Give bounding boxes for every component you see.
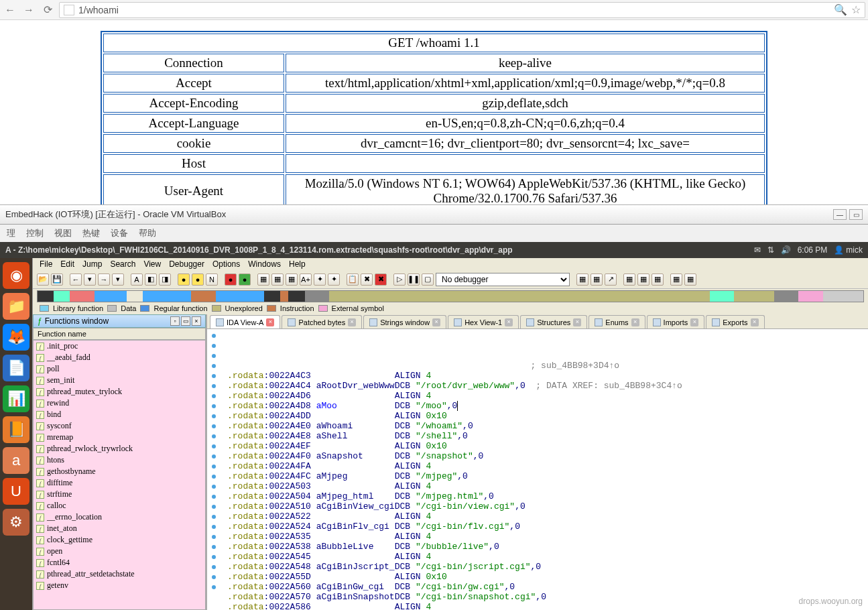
ida-menu-item[interactable]: Debugger <box>169 259 204 270</box>
function-row[interactable]: finet_aton <box>34 523 205 534</box>
tb-r2[interactable]: ▦ <box>591 273 603 286</box>
tab-enums[interactable]: Enums× <box>588 315 645 328</box>
disasm-line[interactable]: .rodata:0022A586 ALIGN 4 <box>227 602 865 610</box>
tb-r1[interactable]: ▦ <box>576 273 588 286</box>
bookmark-icon[interactable]: ☆ <box>851 3 861 16</box>
function-row[interactable]: fbind <box>34 409 205 420</box>
pane-opts-icon[interactable]: ▫ <box>170 316 180 326</box>
ida-menu-item[interactable]: Jump <box>82 259 102 270</box>
close-icon[interactable]: × <box>505 318 513 326</box>
zoom-icon[interactable]: 🔍 <box>834 3 847 16</box>
pause-icon[interactable]: ❚❚ <box>408 273 420 286</box>
tab-strings-window[interactable]: Strings window× <box>363 315 446 328</box>
tab-imports[interactable]: Imports× <box>647 315 705 328</box>
ida-menu-item[interactable]: File <box>40 259 52 270</box>
launcher-firefox[interactable]: 🦊 <box>3 324 29 351</box>
function-row[interactable]: fclock_gettime <box>34 534 205 546</box>
disasm-line[interactable]: .rodata:0022A4FA ALIGN 4 <box>227 461 865 471</box>
ida-menu-item[interactable]: Help <box>289 259 306 270</box>
disasm-line[interactable]: .rodata:0022A4E8 aShell DCB "/shell",0 <box>227 431 865 441</box>
fwd2-icon[interactable]: ▾ <box>112 273 124 286</box>
ida-menu-item[interactable]: Windows <box>248 259 281 270</box>
tb-t1[interactable]: ▦ <box>670 273 682 286</box>
tb-r3[interactable]: ↗ <box>605 273 617 286</box>
pane-max-icon[interactable]: ▭ <box>181 316 190 326</box>
disasm-line[interactable]: .rodata:0022A570 aCgiBinSnapshotDCB "/cg… <box>227 592 865 602</box>
play-icon[interactable]: ▷ <box>393 273 406 286</box>
tb-c[interactable]: ◨ <box>159 273 171 286</box>
disasm-line[interactable]: .rodata:0022A538 aBubbleLive DCB "/bubbl… <box>227 542 865 552</box>
tb-s2[interactable]: ▦ <box>637 273 649 286</box>
tb-g4[interactable]: A+ <box>300 273 312 286</box>
disasm-line[interactable]: .rodata:0022A4DD ALIGN 0x10 <box>227 411 865 421</box>
launcher-dash[interactable]: ◉ <box>3 262 29 289</box>
functions-list[interactable]: f.init_procf__aeabi_faddfpollfsem_initfp… <box>33 340 206 610</box>
function-row[interactable]: fsem_init <box>34 375 205 386</box>
disasm-line[interactable]: .rodata:0022A4C3 ALIGN 4 <box>227 371 865 381</box>
function-row[interactable]: f__errno_location <box>34 511 205 523</box>
ida-menu-item[interactable]: Options <box>212 259 240 270</box>
ida-menu-item[interactable]: View <box>143 259 161 270</box>
disasm-line[interactable]: .rodata:0022A545 ALIGN 4 <box>227 552 865 562</box>
function-row[interactable]: fdifftime <box>34 477 205 489</box>
vm-menu-item[interactable]: 控制 <box>26 227 44 239</box>
tb-h2[interactable]: ✖ <box>361 273 373 286</box>
disasm-line[interactable]: .rodata:0022A503 ALIGN 4 <box>227 481 865 491</box>
url-bar[interactable]: 1/whoami 🔍 ☆ <box>59 2 865 18</box>
disasm-line[interactable]: .rodata:0022A510 aCgiBinView_cgiDCB "/cg… <box>227 501 865 511</box>
function-row[interactable]: fsysconf <box>34 420 205 432</box>
launcher-impress[interactable]: 📙 <box>3 416 29 443</box>
tb-s3[interactable]: ▦ <box>652 273 664 286</box>
disasm-line[interactable]: .rodata:0022A535 ALIGN 4 <box>227 532 865 542</box>
tab-structures[interactable]: Structures× <box>520 315 587 328</box>
function-row[interactable]: ffcntl64 <box>34 557 205 568</box>
pane-close-icon[interactable]: × <box>192 316 201 326</box>
vm-menu-item[interactable]: 视图 <box>54 227 72 239</box>
mail-icon[interactable]: ✉ <box>754 245 761 255</box>
open-icon[interactable]: 📂 <box>37 273 49 286</box>
network-icon[interactable]: ⇅ <box>767 245 774 255</box>
tb-y1[interactable]: ● <box>178 273 190 286</box>
tab-patched-bytes[interactable]: Patched bytes× <box>282 315 362 328</box>
close-icon[interactable]: × <box>266 318 274 326</box>
tab-hex-view-1[interactable]: Hex View-1× <box>448 315 519 328</box>
ida-menu-item[interactable]: Edit <box>60 259 74 270</box>
save-icon[interactable]: 💾 <box>51 273 63 286</box>
disasm-line[interactable]: .rodata:0022A548 aCgiBinJscript_DCB "/cg… <box>227 562 865 572</box>
disasm-line[interactable]: .rodata:0022A524 aCgiBinFlv_cgi DCB "/cg… <box>227 522 865 532</box>
disasm-line[interactable]: .rodata:0022A55D ALIGN 0x10 <box>227 572 865 582</box>
tb-h1[interactable]: 📋 <box>347 273 359 286</box>
fwd-icon[interactable]: → <box>98 273 110 286</box>
function-row[interactable]: fstrftime <box>34 489 205 500</box>
launcher-settings[interactable]: ⚙ <box>3 509 29 536</box>
vm-menu-item[interactable]: 热键 <box>82 227 100 239</box>
close-icon[interactable]: × <box>631 318 639 326</box>
user-icon[interactable]: 👤 <box>834 245 844 255</box>
disasm-line[interactable]: .rodata:0022A4C4 aRootDvr_webWwwDCB "/ro… <box>227 381 865 391</box>
tab-ida-view-a[interactable]: IDA View-A× <box>210 315 280 328</box>
function-row[interactable]: fgetenv <box>34 580 205 591</box>
tb-n[interactable]: N <box>206 273 218 286</box>
tb-g3[interactable]: ▦ <box>286 273 298 286</box>
launcher-files[interactable]: 📁 <box>3 293 29 320</box>
navigation-band[interactable] <box>37 290 864 302</box>
minimize-button[interactable]: — <box>833 209 847 220</box>
maximize-button[interactable]: ▭ <box>849 209 863 220</box>
vm-menu-item[interactable]: 理 <box>7 227 15 239</box>
tb-h3[interactable]: ✖ <box>375 273 387 286</box>
function-row[interactable]: fmremap <box>34 432 205 443</box>
tb-g6[interactable]: ✦ <box>328 273 340 286</box>
function-row[interactable]: fpoll <box>34 363 205 375</box>
undo-icon[interactable]: ← <box>70 273 82 286</box>
disasm-line[interactable]: .rodata:0022A4E0 aWhoami DCB "/whoami",0 <box>227 421 865 431</box>
function-row[interactable]: fgethostbyname <box>34 466 205 477</box>
disasm-line[interactable]: .rodata:0022A4EF ALIGN 0x10 <box>227 441 865 451</box>
debugger-select[interactable]: No debugger <box>436 273 570 286</box>
launcher-writer[interactable]: 📄 <box>3 355 29 381</box>
back-button[interactable]: ← <box>3 3 17 17</box>
tb-t2[interactable]: ▦ <box>684 273 696 286</box>
launcher-calc[interactable]: 📊 <box>3 385 29 412</box>
close-icon[interactable]: × <box>432 318 440 326</box>
launcher-software[interactable]: U <box>3 478 29 505</box>
tb-s1[interactable]: ▦ <box>623 273 635 286</box>
